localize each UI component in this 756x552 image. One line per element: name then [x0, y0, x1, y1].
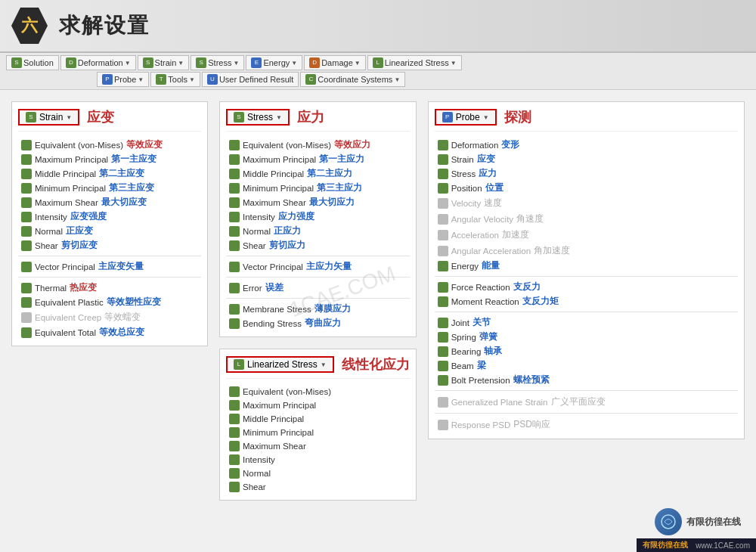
footer-url: www.1CAE.com [696, 541, 750, 550]
lin-item1-icon [229, 400, 240, 411]
strain-item8-icon [21, 262, 32, 272]
strain-item12-icon [21, 327, 32, 338]
strain-menu-item-6[interactable]: Normal 正应变 [18, 224, 201, 238]
coordinate-systems-button[interactable]: C Coordinate Systems ▼ [300, 72, 405, 87]
stress-menu-item-11[interactable]: Bending Stress 弯曲应力 [226, 316, 410, 330]
probe-energy-icon [438, 261, 448, 271]
probe-menu-force-reaction[interactable]: Force Reaction 支反力 [435, 280, 738, 294]
strain-toolbar-icon: S [143, 57, 153, 68]
linearized-menu-item-4[interactable]: Maximum Shear [226, 439, 410, 453]
strain-menu-item-10[interactable]: Equivalent Plastic 等效塑性应变 [18, 295, 201, 309]
solution-icon: S [11, 57, 22, 68]
stress-menu-item-5[interactable]: Intensity 应力强度 [226, 209, 410, 224]
stress-menu-item-10[interactable]: Membrane Stress 薄膜应力 [226, 302, 410, 316]
probe-angular-velocity-icon [438, 214, 448, 225]
tools-button[interactable]: T Tools ▼ [150, 72, 200, 87]
brand-circle-icon [655, 508, 682, 535]
strain-menu-item-8[interactable]: Vector Principal 主应变矢量 [18, 259, 201, 274]
stress-menu-item-1[interactable]: Maximum Principal 第一主应力 [226, 152, 410, 166]
probe-menu-spring[interactable]: Spring 弹簧 [435, 330, 738, 344]
probe-joint-icon [438, 318, 448, 328]
lin-item3-icon [229, 427, 240, 438]
linearized-menu-item-7[interactable]: Shear [226, 480, 410, 494]
stress-toolbar-button[interactable]: S Stress ▼ [191, 55, 244, 70]
probe-title-cn: 探测 [504, 108, 531, 126]
stress-menu-item-2[interactable]: Middle Principal 第二主应力 [226, 166, 410, 181]
solution-button[interactable]: S Solution [6, 55, 59, 70]
probe-menu-stress[interactable]: Stress 应力 [435, 166, 738, 181]
strain-menu-item-9[interactable]: Thermal 热应变 [18, 281, 201, 295]
probe-menu-deformation[interactable]: Deformation 变形 [435, 138, 738, 152]
strain-menu-item-0[interactable]: Equivalent (von-Mises) 等效应变 [18, 138, 201, 152]
stress-menu-item-3[interactable]: Minimum Principal 第三主应力 [226, 181, 410, 195]
strain-item3-icon [21, 183, 32, 194]
probe-divider3 [435, 390, 738, 391]
linearized-menu-item-0[interactable]: Equivalent (von-Mises) [226, 385, 410, 398]
linearized-menu-item-1[interactable]: Maximum Principal [226, 398, 410, 412]
probe-menu-bearing[interactable]: Bearing 轴承 [435, 344, 738, 358]
probe-menu-angular-velocity[interactable]: Angular Velocity 角速度 [435, 211, 738, 227]
stress-dropdown[interactable]: S Stress ▼ [226, 109, 290, 126]
footer-brand: 有限彷徨在线 [643, 540, 688, 550]
strain-menu-item-11[interactable]: Equivalent Creep 等效蠕变 [18, 309, 201, 325]
linearized-menu-item-2[interactable]: Middle Principal [226, 412, 410, 426]
strain-menu-item-3[interactable]: Minimum Principal 第三主应变 [18, 181, 201, 195]
stress-menu-item-4[interactable]: Maximum Shear 最大切应力 [226, 195, 410, 209]
linearized-dropdown[interactable]: L Linearized Stress ▼ [226, 356, 334, 373]
page-title: 求解设置 [59, 11, 150, 40]
probe-menu-bolt[interactable]: Bolt Pretension 螺栓预紧 [435, 373, 738, 387]
strain-menu-item-7[interactable]: Shear 剪切应变 [18, 238, 201, 253]
strain-menu-item-4[interactable]: Maximum Shear 最大切应变 [18, 195, 201, 209]
stress-menu-item-7[interactable]: Shear 剪切应力 [226, 238, 410, 253]
probe-menu-strain[interactable]: Strain 应变 [435, 152, 738, 166]
damage-icon: D [309, 57, 320, 68]
user-defined-icon: U [207, 74, 218, 85]
probe-menu-acceleration[interactable]: Acceleration 加速度 [435, 227, 738, 243]
stress-menu-item-8[interactable]: Vector Principal 主应力矢量 [226, 259, 410, 274]
strain-item9-icon [21, 283, 32, 293]
probe-menu-energy[interactable]: Energy 能量 [435, 259, 738, 273]
stress-menu-item-9[interactable]: Error 误差 [226, 281, 410, 295]
probe-deformation-icon [438, 140, 448, 150]
probe-menu-angular-acceleration[interactable]: Angular Acceleration 角加速度 [435, 243, 738, 259]
linearized-menu-item-5[interactable]: Intensity [226, 453, 410, 467]
probe-divider4 [435, 413, 738, 414]
strain-menu-item-5[interactable]: Intensity 应变强度 [18, 209, 201, 224]
probe-menu-position[interactable]: Position 位置 [435, 181, 738, 195]
stress-menu-item-6[interactable]: Normal 正应力 [226, 224, 410, 238]
col-left: S Strain ▼ 应变 Equivalent (von-Mises) 等效应… [11, 101, 208, 532]
strain-item11-icon [21, 312, 32, 323]
strain-menu-item-2[interactable]: Middle Principal 第二主应变 [18, 166, 201, 181]
probe-strain-icon [438, 154, 448, 165]
probe-dropdown[interactable]: P Probe ▼ [435, 109, 497, 126]
probe-menu-joint[interactable]: Joint 关节 [435, 315, 738, 330]
col-right: P Probe ▼ 探测 Deformation 变形 Strain 应变 St… [428, 101, 745, 532]
strain-title-cn: 应变 [87, 108, 114, 126]
probe-menu-beam[interactable]: Beam 梁 [435, 358, 738, 373]
strain-item10-icon [21, 297, 32, 308]
probe-menu-gen-plane[interactable]: Generalized Plane Strain 广义平面应变 [435, 394, 738, 410]
probe-menu-velocity[interactable]: Velocity 速度 [435, 195, 738, 211]
lin-item0-icon [229, 386, 240, 397]
strain-menu-item-1[interactable]: Maximum Principal 第一主应变 [18, 152, 201, 166]
stress-title-cn: 应力 [297, 108, 324, 126]
probe-menu-moment-reaction[interactable]: Moment Reaction 支反力矩 [435, 294, 738, 309]
linearized-menu-item-6[interactable]: Normal [226, 467, 410, 480]
probe-angular-acceleration-icon [438, 246, 448, 256]
probe-menu-response-psd[interactable]: Response PSD PSD响应 [435, 417, 738, 433]
strain-dropdown[interactable]: S Strain ▼ [18, 109, 79, 126]
strain-item5-icon [21, 212, 32, 222]
linearized-menu-item-3[interactable]: Minimum Principal [226, 426, 410, 439]
probe-toolbar-button[interactable]: P Probe ▼ [97, 72, 149, 87]
user-defined-button[interactable]: U User Defined Result [202, 72, 299, 87]
linearized-stress-toolbar-button[interactable]: L Linearized Stress ▼ [367, 55, 462, 70]
strain-toolbar-button[interactable]: S Strain ▼ [138, 55, 190, 70]
strain-menu-item-12[interactable]: Equivalent Total 等效总应变 [18, 325, 201, 340]
probe-divider2 [435, 312, 738, 312]
strain-item7-icon [21, 240, 32, 251]
stress-menu-item-0[interactable]: Equivalent (von-Mises) 等效应力 [226, 138, 410, 152]
probe-velocity-icon [438, 198, 448, 209]
damage-button[interactable]: D Damage ▼ [304, 55, 366, 70]
deformation-button[interactable]: D Deformation ▼ [60, 55, 136, 70]
energy-button[interactable]: E Energy ▼ [246, 55, 302, 70]
